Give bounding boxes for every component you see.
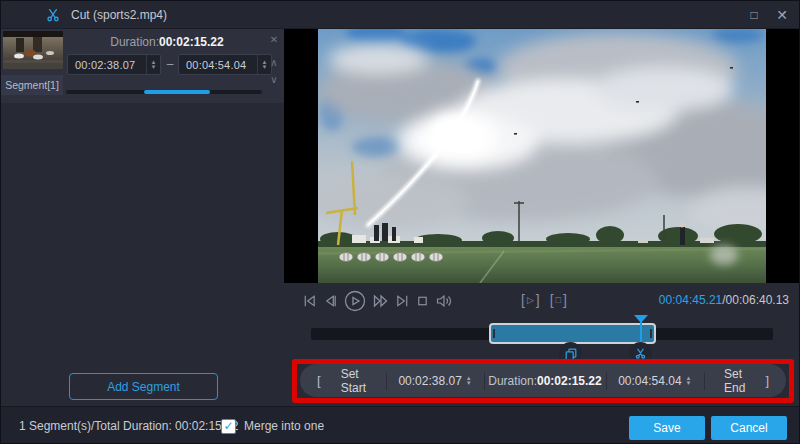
- trim-start-time-value[interactable]: 00:02:38.07: [398, 374, 461, 388]
- segment-range-fill: [144, 90, 210, 94]
- segment-thumbnail[interactable]: [3, 31, 63, 69]
- segment-entry[interactable]: Duration:00:02:15.22 00:02:38.07 ▲ ▼ – 0…: [1, 29, 284, 103]
- time-display: 00:04:45.21/00:06:40.13: [659, 293, 789, 307]
- segment-frame-icon: □: [556, 295, 561, 305]
- trim-end-spinner[interactable]: ▲▼: [686, 376, 692, 386]
- set-start-bracket: [: [313, 373, 325, 388]
- trim-end-time-value[interactable]: 00:04:54.04: [618, 374, 681, 388]
- close-icon[interactable]: ✕: [767, 1, 797, 29]
- segment-start-time-input[interactable]: 00:02:38.07 ▲ ▼: [67, 54, 161, 75]
- trim-start-time-input[interactable]: 00:02:38.07 ▲▼: [390, 374, 479, 388]
- bracket-glyph: ]: [536, 292, 540, 308]
- stop-icon[interactable]: [416, 293, 429, 309]
- title-bar: Cut (sports2.mp4) □ ✕: [1, 1, 800, 29]
- transport-controls: [302, 290, 454, 312]
- set-end-bracket: ]: [761, 373, 773, 388]
- segment-duration: Duration:00:02:15.22: [67, 35, 267, 49]
- segment-end-time-input[interactable]: 00:04:54.04 ▲ ▼: [178, 54, 272, 75]
- segment-preview-controls: [▷] [□]: [521, 292, 567, 308]
- trim-bar: [ Set Start 00:02:38.07 ▲▼ Duration:00:0…: [300, 364, 786, 397]
- cancel-button[interactable]: Cancel: [711, 416, 787, 440]
- skip-end-icon[interactable]: [395, 293, 410, 309]
- footer-bar: 1 Segment(s)/Total Duration: 00:02:15.22…: [1, 406, 800, 444]
- volume-icon[interactable]: [435, 293, 454, 309]
- scissors-icon: [45, 7, 61, 23]
- segment-duration-value: 00:02:15.22: [159, 35, 224, 49]
- spinner-down-icon[interactable]: ▼: [151, 65, 157, 70]
- cut-dialog-window: Cut (sports2.mp4) □ ✕: [0, 0, 800, 444]
- spinner-down-icon[interactable]: ▼: [466, 381, 472, 386]
- set-start-button[interactable]: Set Start: [325, 367, 382, 395]
- trim-start-spinner[interactable]: ▲▼: [466, 376, 472, 386]
- move-segment-up-icon[interactable]: ∧: [267, 56, 281, 70]
- dialog-title: Cut (sports2.mp4): [71, 1, 167, 29]
- remove-segment-icon[interactable]: ✕: [267, 33, 281, 47]
- trim-end-time-input[interactable]: 00:04:54.04 ▲▼: [610, 374, 699, 388]
- play-icon[interactable]: [344, 290, 366, 312]
- segment-end-time-value[interactable]: 00:04:54.04: [179, 59, 257, 71]
- move-segment-down-icon[interactable]: ∨: [267, 73, 281, 87]
- spinner-down-icon[interactable]: ▼: [686, 381, 692, 386]
- frame-segment-button[interactable]: [□]: [550, 292, 567, 308]
- scissors-icon: [634, 347, 647, 360]
- segment-list-panel: Duration:00:02:15.22 00:02:38.07 ▲ ▼ – 0…: [1, 29, 284, 406]
- total-time: /00:06:40.13: [722, 293, 789, 307]
- add-segment-button[interactable]: Add Segment: [69, 373, 218, 400]
- segment-start-spinner[interactable]: ▲ ▼: [146, 55, 160, 74]
- segment-tab-label[interactable]: Segment[1]: [1, 75, 63, 95]
- trim-duration-label: Duration:: [488, 374, 537, 388]
- maximize-icon[interactable]: □: [739, 1, 769, 29]
- segment-play-icon: ▷: [527, 295, 534, 305]
- playhead-handle[interactable]: [634, 315, 648, 323]
- bracket-glyph: ]: [563, 292, 567, 308]
- video-preview[interactable]: [284, 29, 800, 283]
- segment-duration-label: Duration:: [110, 35, 159, 49]
- set-end-button[interactable]: Set End: [708, 367, 761, 395]
- play-segment-button[interactable]: [▷]: [521, 292, 540, 308]
- range-separator: –: [164, 57, 176, 71]
- timeline-selection[interactable]: [489, 323, 656, 344]
- fast-forward-icon[interactable]: [372, 293, 389, 309]
- merge-checkbox[interactable]: ✓: [221, 419, 236, 434]
- segments-summary: 1 Segment(s)/Total Duration: 00:02:15.22: [19, 407, 238, 444]
- trim-duration-value: 00:02:15.22: [537, 374, 602, 388]
- video-frame: [318, 29, 766, 283]
- copy-icon: [564, 347, 578, 361]
- split-segment-button[interactable]: [629, 342, 652, 365]
- merge-checkbox-label[interactable]: Merge into one: [244, 407, 324, 444]
- trim-duration: Duration:00:02:15.22: [488, 374, 601, 388]
- save-button[interactable]: Save: [629, 416, 705, 440]
- bracket-glyph: [: [550, 292, 554, 308]
- segment-start-time-value[interactable]: 00:02:38.07: [68, 59, 146, 71]
- duplicate-segment-button[interactable]: [559, 342, 582, 365]
- bracket-glyph: [: [521, 292, 525, 308]
- current-time: 00:04:45.21: [659, 293, 722, 307]
- skip-start-icon[interactable]: [302, 293, 317, 309]
- segment-range-bar: [66, 90, 262, 94]
- step-back-icon[interactable]: [323, 293, 338, 309]
